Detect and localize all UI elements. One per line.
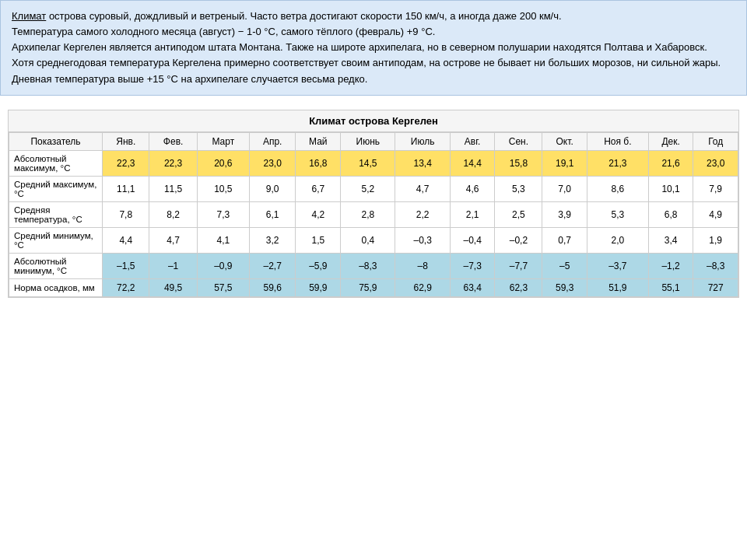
- cell-2-10: 5,3: [587, 201, 648, 227]
- top-text-block: Климат острова суровый, дождливый и ветр…: [0, 0, 747, 96]
- cell-3-2: 4,1: [197, 227, 249, 253]
- cell-5-10: 51,9: [587, 278, 648, 296]
- cell-0-12: 23,0: [693, 150, 738, 176]
- table-row: Средний максимум, °С11,111,510,59,06,75,…: [9, 176, 738, 201]
- cell-4-0: –1,5: [103, 253, 149, 278]
- cell-1-6: 4,7: [395, 176, 450, 201]
- col-header-month-6: Июнь: [341, 132, 395, 150]
- col-header-month-9: Сен.: [495, 132, 542, 150]
- cell-3-12: 1,9: [693, 227, 738, 253]
- cell-5-4: 59,9: [296, 278, 341, 296]
- cell-1-3: 9,0: [249, 176, 296, 201]
- cell-5-1: 49,5: [149, 278, 197, 296]
- climate-table-wrapper: Климат острова Кергелен ПоказательЯнв.Фе…: [8, 110, 739, 298]
- cell-0-5: 14,5: [341, 150, 395, 176]
- col-header-month-12: Дек.: [648, 132, 693, 150]
- cell-4-12: –8,3: [693, 253, 738, 278]
- col-header-month-13: Год: [693, 132, 738, 150]
- col-header-month-4: Апр.: [249, 132, 296, 150]
- row-label-0: Абсолютный максимум, °С: [9, 150, 103, 176]
- cell-1-2: 10,5: [197, 176, 249, 201]
- paragraph2-text: Температура самого холодного месяца (авг…: [12, 24, 735, 40]
- cell-1-9: 7,0: [542, 176, 587, 201]
- cell-1-0: 11,1: [103, 176, 149, 201]
- row-label-1: Средний максимум, °С: [9, 176, 103, 201]
- cell-2-8: 2,5: [495, 201, 542, 227]
- cell-4-11: –1,2: [648, 253, 693, 278]
- cell-5-0: 72,2: [103, 278, 149, 296]
- cell-2-9: 3,9: [542, 201, 587, 227]
- cell-0-0: 22,3: [103, 150, 149, 176]
- col-header-month-8: Авг.: [450, 132, 495, 150]
- cell-3-8: –0,2: [495, 227, 542, 253]
- table-row: Средняя температура, °С7,88,27,36,14,22,…: [9, 201, 738, 227]
- table-row: Средний минимум, °С4,44,74,13,21,50,4–0,…: [9, 227, 738, 253]
- cell-1-11: 10,1: [648, 176, 693, 201]
- table-title: Климат острова Кергелен: [9, 110, 738, 132]
- table-row: Абсолютный минимум, °С–1,5–1–0,9–2,7–5,9…: [9, 253, 738, 278]
- cell-4-5: –8,3: [341, 253, 395, 278]
- row-label-4: Абсолютный минимум, °С: [9, 253, 103, 278]
- cell-0-11: 21,6: [648, 150, 693, 176]
- cell-4-7: –7,3: [450, 253, 495, 278]
- cell-2-4: 4,2: [296, 201, 341, 227]
- cell-1-12: 7,9: [693, 176, 738, 201]
- cell-4-6: –8: [395, 253, 450, 278]
- cell-2-12: 4,9: [693, 201, 738, 227]
- col-header-month-1: Янв.: [103, 132, 149, 150]
- col-header-month-10: Окт.: [542, 132, 587, 150]
- cell-2-1: 8,2: [149, 201, 197, 227]
- cell-4-2: –0,9: [197, 253, 249, 278]
- cell-1-7: 4,6: [450, 176, 495, 201]
- cell-3-4: 1,5: [296, 227, 341, 253]
- cell-5-9: 59,3: [542, 278, 587, 296]
- cell-4-3: –2,7: [249, 253, 296, 278]
- row-label-3: Средний минимум, °С: [9, 227, 103, 253]
- cell-3-0: 4,4: [103, 227, 149, 253]
- cell-5-11: 55,1: [648, 278, 693, 296]
- cell-2-2: 7,3: [197, 201, 249, 227]
- climate-table: ПоказательЯнв.Фев.МартАпр.МайИюньИюльАвг…: [9, 132, 738, 297]
- cell-1-5: 5,2: [341, 176, 395, 201]
- cell-3-1: 4,7: [149, 227, 197, 253]
- cell-2-6: 2,2: [395, 201, 450, 227]
- col-header-month-3: Март: [197, 132, 249, 150]
- cell-3-6: –0,3: [395, 227, 450, 253]
- cell-2-0: 7,8: [103, 201, 149, 227]
- cell-1-8: 5,3: [495, 176, 542, 201]
- paragraph1-text: острова суровый, дождливый и ветреный. Ч…: [49, 10, 562, 22]
- cell-4-8: –7,7: [495, 253, 542, 278]
- cell-0-2: 20,6: [197, 150, 249, 176]
- cell-5-2: 57,5: [197, 278, 249, 296]
- cell-3-9: 0,7: [542, 227, 587, 253]
- cell-3-11: 3,4: [648, 227, 693, 253]
- cell-2-5: 2,8: [341, 201, 395, 227]
- cell-5-12: 727: [693, 278, 738, 296]
- cell-5-8: 62,3: [495, 278, 542, 296]
- cell-5-5: 75,9: [341, 278, 395, 296]
- klimat-link[interactable]: Климат: [12, 10, 46, 22]
- col-header-month-5: Май: [296, 132, 341, 150]
- cell-4-9: –5: [542, 253, 587, 278]
- cell-4-10: –3,7: [587, 253, 648, 278]
- cell-0-7: 14,4: [450, 150, 495, 176]
- cell-4-1: –1: [149, 253, 197, 278]
- col-header-month-7: Июль: [395, 132, 450, 150]
- paragraph3-text: Архипелаг Кергелен является антиподом шт…: [12, 40, 735, 55]
- cell-0-3: 23,0: [249, 150, 296, 176]
- cell-5-7: 63,4: [450, 278, 495, 296]
- col-header-month-2: Фев.: [149, 132, 197, 150]
- cell-2-3: 6,1: [249, 201, 296, 227]
- cell-0-4: 16,8: [296, 150, 341, 176]
- table-row: Абсолютный максимум, °С22,322,320,623,01…: [9, 150, 738, 176]
- cell-0-9: 19,1: [542, 150, 587, 176]
- cell-1-1: 11,5: [149, 176, 197, 201]
- paragraph5-text: Дневная температура выше +15 °С на архип…: [12, 72, 735, 87]
- cell-3-3: 3,2: [249, 227, 296, 253]
- cell-3-5: 0,4: [341, 227, 395, 253]
- cell-2-11: 6,8: [648, 201, 693, 227]
- cell-0-10: 21,3: [587, 150, 648, 176]
- cell-1-4: 6,7: [296, 176, 341, 201]
- cell-0-8: 15,8: [495, 150, 542, 176]
- row-label-5: Норма осадков, мм: [9, 278, 103, 296]
